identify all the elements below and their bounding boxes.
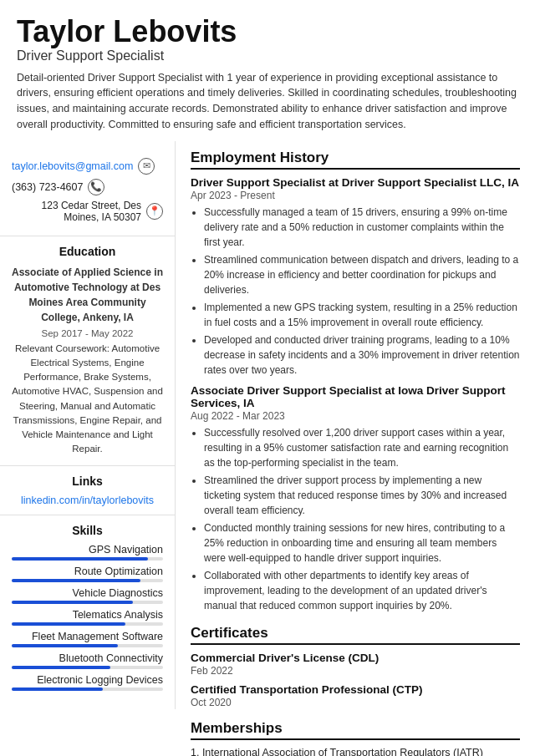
skill-name: Bluetooth Connectivity [12, 652, 163, 664]
job-title: Driver Support Specialist at Driver Supp… [191, 176, 520, 189]
skills-list: GPS Navigation Route Optimization Vehicl… [12, 544, 163, 691]
bullet-item: Successfully resolved over 1,200 driver … [204, 425, 520, 470]
links-heading: Links [12, 474, 163, 488]
email-link[interactable]: taylor.lebovits@gmail.com [12, 160, 133, 172]
job-title: Associate Driver Support Specialist at I… [191, 384, 520, 409]
resume-body: taylor.lebovits@gmail.com ✉ (363) 723-46… [0, 141, 535, 756]
skill-name: Vehicle Diagnostics [12, 587, 163, 599]
phone-text: (363) 723-4607 [12, 181, 83, 193]
contact-section: taylor.lebovits@gmail.com ✉ (363) 723-46… [0, 150, 175, 236]
membership-item: 1. International Association of Transpor… [191, 745, 520, 756]
links-section: Links linkedin.com/in/taylorlebovits [0, 466, 175, 515]
skill-item: Electronic Logging Devices [12, 674, 163, 691]
sidebar: taylor.lebovits@gmail.com ✉ (363) 723-46… [0, 141, 176, 709]
skill-item: GPS Navigation [12, 544, 163, 561]
cert-date: Oct 2020 [191, 697, 520, 708]
cert-entry: Commercial Driver's License (CDL) Feb 20… [191, 652, 520, 677]
cert-name: Certified Transportation Professional (C… [191, 683, 520, 696]
skill-name: Route Optimization [12, 566, 163, 577]
candidate-name: Taylor Lebovits [17, 15, 518, 48]
cert-date: Feb 2022 [191, 665, 520, 677]
job-bullets: Successfully resolved over 1,200 driver … [191, 425, 520, 613]
skill-name: Fleet Management Software [12, 631, 163, 642]
education-degree: Associate of Applied Science in Automoti… [12, 265, 163, 325]
education-courses: Relevant Coursework: Automotive Electric… [12, 342, 163, 457]
address-item: 123 Cedar Street, Des Moines, IA 50307 📍 [12, 200, 163, 223]
bullet-item: Successfully managed a team of 15 driver… [204, 205, 520, 250]
skill-name: Telematics Analysis [12, 609, 163, 621]
skills-heading: Skills [12, 524, 163, 537]
skill-bar-fill [12, 601, 133, 604]
skill-item: Route Optimization [12, 566, 163, 582]
skill-bar-bg [12, 666, 163, 669]
bullet-item: Implemented a new GPS tracking system, r… [204, 300, 520, 330]
linkedin-link[interactable]: linkedin.com/in/taylorlebovits [12, 495, 163, 506]
bullet-item: Collaborated with other departments to i… [204, 568, 520, 613]
address-text: 123 Cedar Street, Des Moines, IA 50307 [12, 200, 141, 223]
job-entry: Driver Support Specialist at Driver Supp… [191, 176, 520, 378]
memberships-heading: Memberships [191, 720, 520, 740]
skill-bar-fill [12, 644, 118, 647]
resume-page: Taylor Lebovits Driver Support Specialis… [0, 0, 535, 756]
certificates-heading: Certificates [191, 625, 520, 645]
education-dates: Sep 2017 - May 2022 [12, 328, 163, 338]
skill-bar-bg [12, 557, 163, 561]
bullet-item: Conducted monthly training sessions for … [204, 520, 520, 566]
memberships-list: 1. International Association of Transpor… [191, 745, 520, 756]
skill-item: Fleet Management Software [12, 631, 163, 647]
job-bullets: Successfully managed a team of 15 driver… [191, 205, 520, 378]
skill-bar-fill [12, 666, 110, 669]
cert-entry: Certified Transportation Professional (C… [191, 683, 520, 708]
skill-name: GPS Navigation [12, 544, 163, 556]
candidate-title: Driver Support Specialist [17, 48, 518, 63]
job-dates: Aug 2022 - Mar 2023 [191, 410, 520, 422]
location-icon: 📍 [146, 203, 163, 220]
email-icon: ✉ [138, 158, 155, 175]
bullet-item: Streamlined communication between dispat… [204, 252, 520, 297]
skill-item: Telematics Analysis [12, 609, 163, 626]
skill-bar-fill [12, 557, 148, 561]
skill-bar-bg [12, 601, 163, 604]
email-item: taylor.lebovits@gmail.com ✉ [12, 158, 163, 175]
job-dates: Apr 2023 - Present [191, 190, 520, 201]
skill-item: Vehicle Diagnostics [12, 587, 163, 604]
certs-list: Commercial Driver's License (CDL) Feb 20… [191, 652, 520, 708]
skill-bar-fill [12, 622, 125, 626]
skill-item: Bluetooth Connectivity [12, 652, 163, 669]
skill-bar-bg [12, 688, 163, 691]
job-entry: Associate Driver Support Specialist at I… [191, 384, 520, 613]
bullet-item: Streamlined the driver support process b… [204, 473, 520, 518]
skill-bar-bg [12, 579, 163, 582]
skill-bar-fill [12, 688, 103, 691]
phone-item: (363) 723-4607 📞 [12, 179, 163, 195]
education-heading: Education [12, 245, 163, 258]
skill-bar-bg [12, 622, 163, 626]
jobs-list: Driver Support Specialist at Driver Supp… [191, 176, 520, 613]
phone-icon: 📞 [88, 179, 104, 195]
skill-bar-fill [12, 579, 140, 582]
candidate-summary: Detail-oriented Driver Support Specialis… [17, 70, 518, 133]
education-section: Education Associate of Applied Science i… [0, 236, 175, 466]
skills-section: Skills GPS Navigation Route Optimization… [0, 515, 175, 701]
resume-header: Taylor Lebovits Driver Support Specialis… [0, 0, 535, 141]
skill-bar-bg [12, 644, 163, 647]
cert-name: Commercial Driver's License (CDL) [191, 652, 520, 664]
main-content: Employment History Driver Support Specia… [176, 141, 535, 756]
bullet-item: Developed and conducted driver training … [204, 332, 520, 378]
skill-name: Electronic Logging Devices [12, 674, 163, 686]
employment-heading: Employment History [191, 150, 520, 170]
